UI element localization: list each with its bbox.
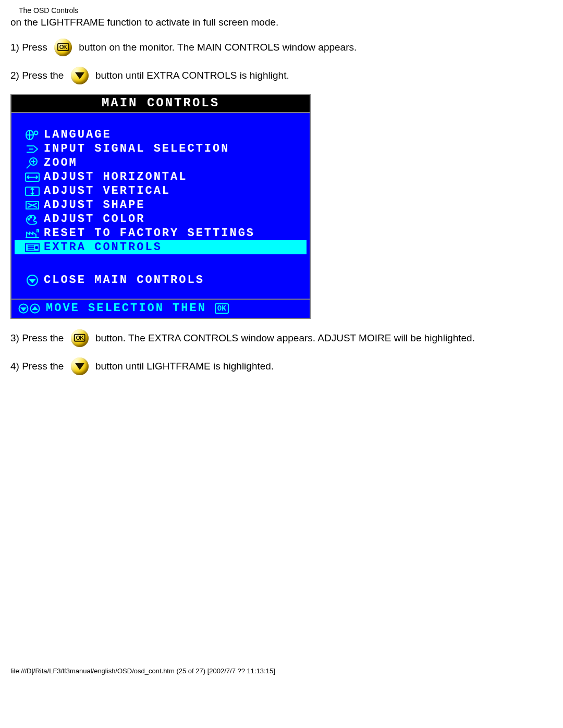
osd-item-close[interactable]: CLOSE MAIN CONTROLS xyxy=(15,273,307,287)
osd-item-reset-factory[interactable]: RESET TO FACTORY SETTINGS xyxy=(15,226,307,240)
adjust-shape-icon xyxy=(21,200,44,211)
osd-item-adjust-shape[interactable]: ADJUST SHAPE xyxy=(15,198,307,212)
svg-point-10 xyxy=(35,246,38,249)
step-2-tail: button until EXTRA CONTROLS is highlight… xyxy=(93,70,289,81)
osd-hint-text: MOVE SELECTION THEN xyxy=(46,302,206,315)
ok-glyph: OK xyxy=(57,43,69,51)
svg-point-8 xyxy=(34,217,36,218)
ok-button-icon: OK xyxy=(71,329,89,347)
step-1: 1) Press OK button on the monitor. The M… xyxy=(10,39,553,56)
intro-text: on the LIGHTFRAME function to activate i… xyxy=(10,17,553,28)
step-4: 4) Press the button until LIGHTFRAME is … xyxy=(10,357,553,375)
osd-item-adjust-vertical[interactable]: ADJUST VERTICAL xyxy=(15,184,307,198)
extra-controls-icon xyxy=(21,242,44,253)
step-4-prefix: 4) Press the xyxy=(10,361,67,372)
osd-item-label: LANGUAGE xyxy=(44,128,297,141)
osd-hint-ok-icon: OK xyxy=(215,303,229,314)
adjust-horizontal-icon xyxy=(21,172,44,182)
down-circle-icon xyxy=(21,274,44,287)
step-3-prefix: 3) Press the xyxy=(10,332,67,344)
osd-item-extra-controls[interactable]: EXTRA CONTROLS xyxy=(15,240,307,254)
osd-item-input-signal[interactable]: INPUT SIGNAL SELECTION xyxy=(15,142,307,156)
step-3-tail: button. The EXTRA CONTROLS window appear… xyxy=(93,332,475,344)
ok-glyph: OK xyxy=(74,334,85,342)
ok-button-icon: OK xyxy=(54,39,72,56)
osd-item-adjust-color[interactable]: ADJUST COLOR xyxy=(15,212,307,226)
osd-item-label: RESET TO FACTORY SETTINGS xyxy=(44,227,297,240)
osd-item-zoom[interactable]: ZOOM xyxy=(15,156,307,170)
language-icon xyxy=(21,129,44,141)
step-2: 2) Press the button until EXTRA CONTROLS… xyxy=(10,67,553,84)
osd-item-label: INPUT SIGNAL SELECTION xyxy=(44,142,297,155)
osd-item-language[interactable]: LANGUAGE xyxy=(15,128,307,142)
osd-item-label: ADJUST COLOR xyxy=(44,213,297,226)
factory-icon xyxy=(21,228,44,239)
svg-point-6 xyxy=(28,218,30,220)
adjust-vertical-icon xyxy=(21,186,44,196)
down-button-icon xyxy=(71,67,89,84)
step-3: 3) Press the OK button. The EXTRA CONTRO… xyxy=(10,329,553,347)
page-title: The OSD Controls xyxy=(19,6,553,15)
zoom-icon xyxy=(21,157,44,169)
step-1-prefix: 1) Press xyxy=(10,42,50,53)
osd-item-label: ADJUST HORIZONTAL xyxy=(44,170,297,183)
osd-hint-bar: MOVE SELECTION THEN OK xyxy=(11,299,310,318)
adjust-color-icon xyxy=(21,214,44,225)
up-down-icon xyxy=(18,303,41,314)
down-button-icon xyxy=(71,357,89,375)
svg-point-7 xyxy=(30,216,32,218)
osd-item-adjust-horizontal[interactable]: ADJUST HORIZONTAL xyxy=(15,170,307,184)
step-4-tail: button until LIGHTFRAME is highlighted. xyxy=(93,361,274,372)
osd-title: MAIN CONTROLS xyxy=(11,95,310,113)
osd-item-label: EXTRA CONTROLS xyxy=(44,241,297,254)
osd-panel: MAIN CONTROLS LANGUAGE INPUT SIGNAL SELE… xyxy=(10,94,311,319)
osd-item-label: CLOSE MAIN CONTROLS xyxy=(44,274,297,287)
osd-item-label: ZOOM xyxy=(44,156,297,169)
osd-item-label: ADJUST SHAPE xyxy=(44,199,297,212)
osd-item-label: ADJUST VERTICAL xyxy=(44,184,297,198)
step-1-tail: button on the monitor. The MAIN CONTROLS… xyxy=(76,42,357,53)
input-signal-icon xyxy=(21,144,44,154)
footer-path: file:///D|/Rita/LF3/lf3manual/english/OS… xyxy=(0,667,563,680)
